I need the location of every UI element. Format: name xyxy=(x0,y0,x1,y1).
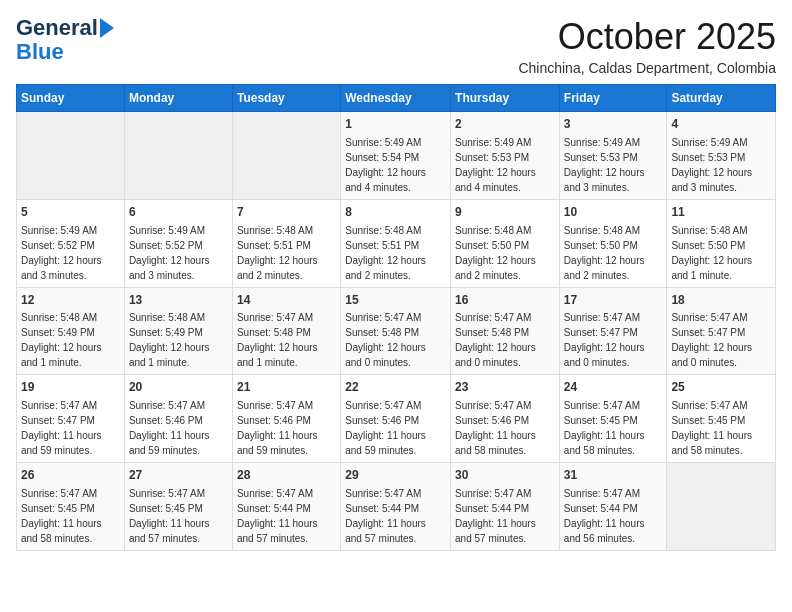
calendar-week-3: 12Sunrise: 5:48 AM Sunset: 5:49 PM Dayli… xyxy=(17,287,776,375)
day-number: 20 xyxy=(129,379,228,396)
calendar-cell: 17Sunrise: 5:47 AM Sunset: 5:47 PM Dayli… xyxy=(559,287,667,375)
day-info: Sunrise: 5:48 AM Sunset: 5:51 PM Dayligh… xyxy=(345,225,426,281)
day-number: 24 xyxy=(564,379,663,396)
header-thursday: Thursday xyxy=(451,85,560,112)
calendar-cell: 8Sunrise: 5:48 AM Sunset: 5:51 PM Daylig… xyxy=(341,199,451,287)
calendar-cell: 31Sunrise: 5:47 AM Sunset: 5:44 PM Dayli… xyxy=(559,463,667,551)
day-info: Sunrise: 5:48 AM Sunset: 5:50 PM Dayligh… xyxy=(671,225,752,281)
day-info: Sunrise: 5:47 AM Sunset: 5:47 PM Dayligh… xyxy=(564,312,645,368)
logo-arrow-icon xyxy=(100,18,114,38)
calendar-cell: 24Sunrise: 5:47 AM Sunset: 5:45 PM Dayli… xyxy=(559,375,667,463)
calendar-cell xyxy=(124,112,232,200)
calendar-week-1: 1Sunrise: 5:49 AM Sunset: 5:54 PM Daylig… xyxy=(17,112,776,200)
calendar-cell: 1Sunrise: 5:49 AM Sunset: 5:54 PM Daylig… xyxy=(341,112,451,200)
day-number: 19 xyxy=(21,379,120,396)
day-number: 30 xyxy=(455,467,555,484)
logo-blue: Blue xyxy=(16,40,64,64)
calendar-cell: 28Sunrise: 5:47 AM Sunset: 5:44 PM Dayli… xyxy=(232,463,340,551)
header-sunday: Sunday xyxy=(17,85,125,112)
day-info: Sunrise: 5:47 AM Sunset: 5:44 PM Dayligh… xyxy=(564,488,645,544)
calendar-cell: 5Sunrise: 5:49 AM Sunset: 5:52 PM Daylig… xyxy=(17,199,125,287)
day-info: Sunrise: 5:49 AM Sunset: 5:52 PM Dayligh… xyxy=(129,225,210,281)
day-number: 12 xyxy=(21,292,120,309)
day-number: 28 xyxy=(237,467,336,484)
day-number: 4 xyxy=(671,116,771,133)
calendar-header: SundayMondayTuesdayWednesdayThursdayFrid… xyxy=(17,85,776,112)
day-number: 31 xyxy=(564,467,663,484)
calendar-cell: 18Sunrise: 5:47 AM Sunset: 5:47 PM Dayli… xyxy=(667,287,776,375)
calendar-week-4: 19Sunrise: 5:47 AM Sunset: 5:47 PM Dayli… xyxy=(17,375,776,463)
day-number: 1 xyxy=(345,116,446,133)
calendar-cell: 30Sunrise: 5:47 AM Sunset: 5:44 PM Dayli… xyxy=(451,463,560,551)
day-info: Sunrise: 5:47 AM Sunset: 5:48 PM Dayligh… xyxy=(455,312,536,368)
header-tuesday: Tuesday xyxy=(232,85,340,112)
day-info: Sunrise: 5:47 AM Sunset: 5:47 PM Dayligh… xyxy=(21,400,102,456)
logo: General Blue xyxy=(16,16,114,64)
day-info: Sunrise: 5:47 AM Sunset: 5:46 PM Dayligh… xyxy=(129,400,210,456)
calendar-cell: 6Sunrise: 5:49 AM Sunset: 5:52 PM Daylig… xyxy=(124,199,232,287)
calendar-cell: 13Sunrise: 5:48 AM Sunset: 5:49 PM Dayli… xyxy=(124,287,232,375)
calendar-cell: 2Sunrise: 5:49 AM Sunset: 5:53 PM Daylig… xyxy=(451,112,560,200)
day-number: 27 xyxy=(129,467,228,484)
calendar-cell xyxy=(232,112,340,200)
day-number: 5 xyxy=(21,204,120,221)
day-number: 21 xyxy=(237,379,336,396)
day-number: 13 xyxy=(129,292,228,309)
day-info: Sunrise: 5:47 AM Sunset: 5:44 PM Dayligh… xyxy=(455,488,536,544)
day-info: Sunrise: 5:47 AM Sunset: 5:46 PM Dayligh… xyxy=(455,400,536,456)
calendar-cell: 12Sunrise: 5:48 AM Sunset: 5:49 PM Dayli… xyxy=(17,287,125,375)
calendar-cell: 19Sunrise: 5:47 AM Sunset: 5:47 PM Dayli… xyxy=(17,375,125,463)
day-number: 14 xyxy=(237,292,336,309)
day-info: Sunrise: 5:47 AM Sunset: 5:45 PM Dayligh… xyxy=(21,488,102,544)
day-number: 26 xyxy=(21,467,120,484)
day-number: 6 xyxy=(129,204,228,221)
day-info: Sunrise: 5:47 AM Sunset: 5:45 PM Dayligh… xyxy=(671,400,752,456)
header-wednesday: Wednesday xyxy=(341,85,451,112)
day-info: Sunrise: 5:48 AM Sunset: 5:49 PM Dayligh… xyxy=(21,312,102,368)
day-info: Sunrise: 5:48 AM Sunset: 5:49 PM Dayligh… xyxy=(129,312,210,368)
day-number: 10 xyxy=(564,204,663,221)
day-info: Sunrise: 5:47 AM Sunset: 5:44 PM Dayligh… xyxy=(237,488,318,544)
calendar-cell: 9Sunrise: 5:48 AM Sunset: 5:50 PM Daylig… xyxy=(451,199,560,287)
day-info: Sunrise: 5:49 AM Sunset: 5:54 PM Dayligh… xyxy=(345,137,426,193)
day-number: 9 xyxy=(455,204,555,221)
header-row: SundayMondayTuesdayWednesdayThursdayFrid… xyxy=(17,85,776,112)
day-number: 7 xyxy=(237,204,336,221)
day-info: Sunrise: 5:49 AM Sunset: 5:53 PM Dayligh… xyxy=(671,137,752,193)
calendar-body: 1Sunrise: 5:49 AM Sunset: 5:54 PM Daylig… xyxy=(17,112,776,551)
day-number: 15 xyxy=(345,292,446,309)
logo-general: General xyxy=(16,16,98,40)
day-info: Sunrise: 5:49 AM Sunset: 5:52 PM Dayligh… xyxy=(21,225,102,281)
calendar-cell: 25Sunrise: 5:47 AM Sunset: 5:45 PM Dayli… xyxy=(667,375,776,463)
calendar-cell: 4Sunrise: 5:49 AM Sunset: 5:53 PM Daylig… xyxy=(667,112,776,200)
day-info: Sunrise: 5:47 AM Sunset: 5:46 PM Dayligh… xyxy=(237,400,318,456)
day-number: 8 xyxy=(345,204,446,221)
calendar-cell: 10Sunrise: 5:48 AM Sunset: 5:50 PM Dayli… xyxy=(559,199,667,287)
calendar-week-2: 5Sunrise: 5:49 AM Sunset: 5:52 PM Daylig… xyxy=(17,199,776,287)
day-info: Sunrise: 5:49 AM Sunset: 5:53 PM Dayligh… xyxy=(564,137,645,193)
day-info: Sunrise: 5:47 AM Sunset: 5:48 PM Dayligh… xyxy=(237,312,318,368)
day-info: Sunrise: 5:49 AM Sunset: 5:53 PM Dayligh… xyxy=(455,137,536,193)
page-header: General Blue October 2025 Chinchina, Cal… xyxy=(16,16,776,76)
calendar-cell: 16Sunrise: 5:47 AM Sunset: 5:48 PM Dayli… xyxy=(451,287,560,375)
calendar-table: SundayMondayTuesdayWednesdayThursdayFrid… xyxy=(16,84,776,551)
day-number: 22 xyxy=(345,379,446,396)
calendar-cell: 23Sunrise: 5:47 AM Sunset: 5:46 PM Dayli… xyxy=(451,375,560,463)
location: Chinchina, Caldas Department, Colombia xyxy=(518,60,776,76)
day-number: 18 xyxy=(671,292,771,309)
calendar-cell: 26Sunrise: 5:47 AM Sunset: 5:45 PM Dayli… xyxy=(17,463,125,551)
day-info: Sunrise: 5:47 AM Sunset: 5:48 PM Dayligh… xyxy=(345,312,426,368)
calendar-cell: 11Sunrise: 5:48 AM Sunset: 5:50 PM Dayli… xyxy=(667,199,776,287)
day-info: Sunrise: 5:47 AM Sunset: 5:47 PM Dayligh… xyxy=(671,312,752,368)
calendar-cell: 3Sunrise: 5:49 AM Sunset: 5:53 PM Daylig… xyxy=(559,112,667,200)
calendar-cell: 15Sunrise: 5:47 AM Sunset: 5:48 PM Dayli… xyxy=(341,287,451,375)
calendar-cell: 7Sunrise: 5:48 AM Sunset: 5:51 PM Daylig… xyxy=(232,199,340,287)
day-number: 2 xyxy=(455,116,555,133)
calendar-cell xyxy=(667,463,776,551)
header-friday: Friday xyxy=(559,85,667,112)
day-number: 16 xyxy=(455,292,555,309)
day-info: Sunrise: 5:47 AM Sunset: 5:46 PM Dayligh… xyxy=(345,400,426,456)
calendar-cell: 22Sunrise: 5:47 AM Sunset: 5:46 PM Dayli… xyxy=(341,375,451,463)
day-number: 11 xyxy=(671,204,771,221)
calendar-cell: 29Sunrise: 5:47 AM Sunset: 5:44 PM Dayli… xyxy=(341,463,451,551)
